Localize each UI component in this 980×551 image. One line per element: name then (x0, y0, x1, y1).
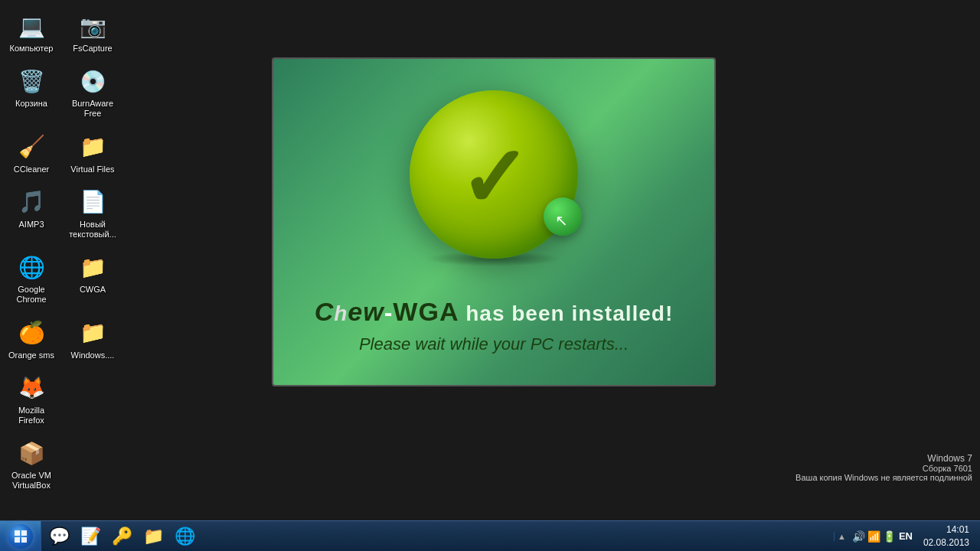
icon-label-fscapture: FsCapture (73, 44, 112, 54)
desktop-icon-virtualbox[interactable]: 📦 Oracle VM VirtualBox (4, 435, 59, 494)
keymgr-icon: 🔑 (112, 527, 132, 546)
tray-network-icon[interactable]: 📶 (867, 530, 880, 543)
win7-line1: Windows 7 (795, 453, 972, 464)
desktop-icons-container: 💻 Компьютер 📷 FsCapture 🗑️ Корзина 💿 Bur… (0, 0, 124, 501)
icon-label-virtualfiles: Virtual Files (70, 165, 114, 174)
start-button[interactable] (0, 521, 41, 552)
taskbar-notes[interactable]: 📝 (76, 523, 106, 549)
network-icon: 🌐 (175, 527, 195, 546)
sphere-container: ✓ ↖ (398, 90, 590, 282)
clock-date: 02.08.2013 (923, 536, 969, 549)
icon-label-virtualbox: Oracle VM VirtualBox (7, 471, 56, 491)
icon-label-orangesms: Orange sms (8, 350, 54, 360)
title-ew: ew (348, 297, 384, 326)
win7-line2: Сборка 7601 (795, 464, 972, 473)
tray-icons: 🔊 📶 🔋 (852, 530, 896, 543)
desktop-icon-orangesms[interactable]: 🍊 Orange sms (4, 315, 59, 364)
clock-time: 14:01 (923, 523, 969, 536)
desktop-icon-burnaware[interactable]: 💿 BurnAware Free (65, 63, 120, 122)
icon-label-notepad: Новый текстовый... (68, 220, 117, 240)
title-chew: C (315, 297, 335, 326)
desktop-icon-ccleaner[interactable]: 🧹 CCleaner (4, 129, 59, 178)
desktop-icon-cwga[interactable]: 📁 CWGA (65, 249, 120, 308)
icon-label-firefox: Mozilla Firefox (7, 406, 56, 425)
notification-area: ▲ (834, 532, 849, 541)
desktop: 💻 Компьютер 📷 FsCapture 🗑️ Корзина 💿 Bur… (0, 0, 980, 520)
desktop-icon-chrome[interactable]: 🌐 Google Chrome (4, 249, 59, 308)
taskbar-network[interactable]: 🌐 (170, 523, 200, 549)
icon-label-cwga: CWGA (80, 285, 106, 295)
icon-label-burnaware: BurnAware Free (68, 99, 117, 119)
taskbar-keymgr[interactable]: 🔑 (107, 523, 137, 549)
desktop-icon-aimp3[interactable]: 🎵 AIMP3 (4, 184, 59, 243)
icon-label-computer: Компьютер (10, 44, 54, 54)
tray-power-icon[interactable]: 🔋 (883, 530, 896, 543)
chewwga-popup: ✓ ↖ Chew-WGA has been installed! Please … (272, 57, 716, 386)
checkmark-icon: ✓ (459, 136, 529, 220)
folder-icon: 📁 (143, 527, 164, 546)
system-tray: ▲ 🔊 📶 🔋 EN 14:01 02.08.2013 (828, 521, 980, 551)
mouse-cursor: ↖ (555, 211, 568, 230)
tray-lang: EN (899, 530, 913, 542)
title-wga: WGA (393, 297, 459, 326)
taskbar-items: 💬 📝 🔑 📁 🌐 (41, 521, 828, 551)
tray-audio-icon[interactable]: 🔊 (852, 530, 865, 543)
desktop-icon-fscapture[interactable]: 📷 FsCapture (65, 8, 120, 57)
skype-icon: 💬 (49, 527, 70, 546)
desktop-icon-windows[interactable]: 📁 Windows.... (65, 315, 120, 364)
notes-icon: 📝 (80, 527, 101, 546)
icon-label-aimp3: AIMP3 (18, 220, 44, 230)
title-rest: has been installed! (459, 302, 673, 325)
icon-label-windows: Windows.... (71, 350, 115, 360)
desktop-icon-notepad[interactable]: 📄 Новый текстовый... (65, 184, 120, 243)
notif-expand-arrow[interactable]: ▲ (838, 532, 846, 541)
win7-line3: Ваша копия Windows не является подлинной (795, 473, 972, 482)
tray-clock[interactable]: 14:01 02.08.2013 (923, 523, 969, 549)
desktop-icon-trash[interactable]: 🗑️ Корзина (4, 63, 59, 122)
popup-content: ✓ ↖ Chew-WGA has been installed! Please … (273, 59, 714, 385)
taskbar: 💬 📝 🔑 📁 🌐 ▲ 🔊 📶 🔋 EN 14:01 02.08.2013 (0, 520, 980, 551)
win7-notice: Windows 7 Сборка 7601 Ваша копия Windows… (795, 453, 972, 482)
popup-title: Chew-WGA has been installed! (315, 297, 674, 327)
title-hew: h (334, 302, 348, 325)
desktop-icon-firefox[interactable]: 🦊 Mozilla Firefox (4, 370, 59, 429)
icon-label-ccleaner: CCleaner (14, 165, 49, 174)
taskbar-skype[interactable]: 💬 (44, 523, 74, 549)
start-orb (8, 524, 33, 549)
taskbar-folder[interactable]: 📁 (139, 523, 168, 549)
icon-label-chrome: Google Chrome (7, 285, 56, 305)
desktop-icon-computer[interactable]: 💻 Компьютер (4, 8, 59, 57)
icon-label-trash: Корзина (15, 99, 47, 109)
popup-subtitle: Please wait while your PC restarts... (359, 334, 629, 354)
start-orb-windows-icon (15, 530, 27, 543)
title-dash: - (384, 298, 394, 326)
desktop-icon-virtualfiles[interactable]: 📁 Virtual Files (65, 129, 120, 178)
